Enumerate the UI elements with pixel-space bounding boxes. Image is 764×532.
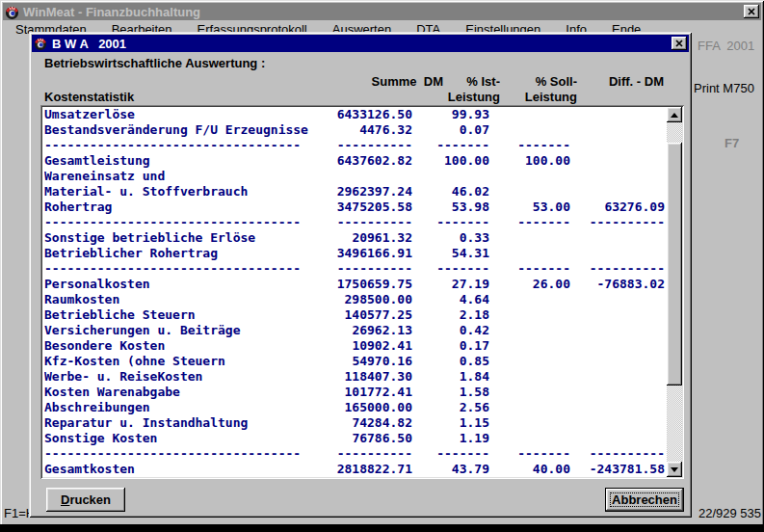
table-row[interactable]: Raumkosten 298500.00 4.64 (44, 292, 665, 307)
column-header-ist-line2: Leistung (448, 90, 500, 104)
table-row[interactable]: Sonstige Kosten 76786.50 1.19 (44, 431, 665, 446)
row-label: Reparatur u. Instandhaltung (44, 415, 324, 431)
table-row[interactable]: Rohertrag 3475205.58 53.98 53.00 63276.0… (44, 200, 665, 215)
row-diff: -76883.02 (570, 277, 665, 292)
winmeat-app-icon (5, 5, 19, 19)
row-soll (489, 307, 570, 323)
row-summe: ---------- (324, 215, 412, 230)
row-diff (570, 338, 665, 354)
table-row[interactable]: Betriebliche Steuern 140577.25 2.18 (44, 307, 665, 323)
row-diff (570, 369, 665, 385)
row-ist: 1.19 (412, 431, 489, 446)
row-diff (570, 107, 665, 122)
table-row[interactable]: Wareneinsatz und (44, 169, 665, 184)
main-window-title: WinMeat - Finanzbuchhaltung (23, 5, 200, 19)
bottom-black-bar (0, 524, 764, 532)
row-ist: 43.79 (412, 462, 489, 477)
table-row[interactable]: Versicherungen u. Beiträge 26962.13 0.42 (44, 323, 665, 338)
row-label: ---------------------------------- (44, 215, 324, 230)
row-summe: 3496166.91 (324, 246, 412, 261)
scroll-up-button[interactable] (667, 107, 682, 122)
column-header-summe: Summe DM (372, 74, 443, 89)
row-summe: 298500.00 (324, 292, 412, 307)
table-row[interactable]: Werbe- u. ReiseKosten 118407.30 1.84 (44, 369, 665, 385)
row-soll: ------- (489, 138, 570, 153)
row-soll: 53.00 (489, 200, 570, 215)
row-soll (489, 385, 570, 400)
row-label: Bestandsveränderung F/U Erzeugnisse (44, 122, 324, 138)
row-summe: 20961.32 (324, 230, 412, 246)
row-label: Besondere Kosten (44, 338, 324, 354)
row-summe: 165000.00 (324, 400, 412, 415)
row-label: Versicherungen u. Beiträge (44, 323, 324, 338)
row-ist: 54.31 (412, 246, 489, 261)
row-summe: ---------- (324, 446, 412, 462)
bwa-listbox[interactable]: Umsatzerlöse 6433126.50 99.93 Bestandsve… (40, 105, 684, 479)
row-diff: ---------- (570, 215, 665, 230)
row-summe: 101772.41 (324, 385, 412, 400)
row-diff (570, 307, 665, 323)
column-header-ist-line1: % Ist- (466, 74, 500, 89)
table-row[interactable]: Betrieblicher Rohertrag 3496166.91 54.31 (44, 246, 665, 261)
row-summe: ---------- (324, 261, 412, 277)
row-soll (489, 369, 570, 385)
row-ist (412, 169, 489, 184)
row-summe: 140577.25 (324, 307, 412, 323)
table-row[interactable]: ---------------------------------- -----… (44, 261, 665, 277)
row-ist: 0.85 (412, 354, 489, 369)
row-label: Sonstige Kosten (44, 431, 324, 446)
table-row[interactable]: ---------------------------------- -----… (44, 138, 665, 153)
row-label: Kosten Warenabgabe (44, 385, 324, 400)
row-soll: 100.00 (489, 153, 570, 169)
table-row[interactable]: Umsatzerlöse 6433126.50 99.93 (44, 107, 665, 122)
arrow-up-icon (671, 113, 678, 118)
row-ist: 2.56 (412, 400, 489, 415)
row-summe: 26962.13 (324, 323, 412, 338)
table-row[interactable]: Bestandsveränderung F/U Erzeugnisse 4476… (44, 122, 665, 138)
main-window: WinMeat - Finanzbuchhaltung StammdatenBe… (0, 0, 764, 532)
bwa-dialog: B W A 2001 Betriebswirtschaftliche Auswe… (29, 32, 692, 518)
row-summe: 3475205.58 (324, 200, 412, 215)
dialog-titlebar: B W A 2001 (32, 35, 689, 52)
row-soll (489, 169, 570, 184)
table-row[interactable]: Gesamtleistung 6437602.82 100.00 100.00 (44, 153, 665, 169)
background-print-label: Print M750 (694, 81, 754, 95)
statusbar-counter-text: 22/929 535 (698, 506, 761, 520)
listbox-rows: Umsatzerlöse 6433126.50 99.93 Bestandsve… (44, 107, 665, 477)
cancel-button[interactable]: Abbrechen (605, 488, 684, 512)
table-row[interactable]: ---------------------------------- -----… (44, 215, 665, 230)
row-soll: 26.00 (489, 277, 570, 292)
table-row[interactable]: Personalkosten 1750659.75 27.19 26.00 -7… (44, 277, 665, 292)
table-row[interactable]: Besondere Kosten 10902.41 0.17 (44, 338, 665, 354)
print-button[interactable]: Drucken (46, 488, 125, 512)
row-soll: ------- (489, 261, 570, 277)
row-ist: 4.64 (412, 292, 489, 307)
row-diff (570, 323, 665, 338)
row-ist: 53.98 (412, 200, 489, 215)
row-diff (570, 122, 665, 138)
table-row[interactable]: ---------------------------------- -----… (44, 446, 665, 462)
table-row[interactable]: Material- u. Stoffverbrauch 2962397.24 4… (44, 184, 665, 200)
row-diff (570, 184, 665, 200)
cancel-button-label: Abbrechen (612, 492, 677, 507)
row-soll (489, 354, 570, 369)
table-row[interactable]: Abschreibungen 165000.00 2.56 (44, 400, 665, 415)
table-row[interactable]: Reparatur u. Instandhaltung 74284.82 1.1… (44, 415, 665, 431)
row-label: Personalkosten (44, 277, 324, 292)
table-row[interactable]: Sonstige betriebliche Erlöse 20961.32 0.… (44, 230, 665, 246)
row-summe: 2818822.71 (324, 462, 412, 477)
row-ist: 1.15 (412, 415, 489, 431)
table-row[interactable]: Kfz-Kosten (ohne Steuern 54970.16 0.85 (44, 354, 665, 369)
dialog-close-button[interactable] (672, 37, 687, 50)
row-soll (489, 338, 570, 354)
table-row[interactable]: Kosten Warenabgabe 101772.41 1.58 (44, 385, 665, 400)
table-row[interactable]: Gesamtkosten 2818822.71 43.79 40.00 -243… (44, 462, 665, 477)
main-close-button[interactable] (744, 5, 759, 18)
scroll-down-button[interactable] (667, 462, 682, 477)
row-ist: 0.07 (412, 122, 489, 138)
row-label: Betriebliche Steuern (44, 307, 324, 323)
row-label: ---------------------------------- (44, 261, 324, 277)
row-soll (489, 107, 570, 122)
scrollbar-thumb[interactable] (667, 143, 682, 386)
scrollbar-track[interactable] (667, 122, 682, 462)
